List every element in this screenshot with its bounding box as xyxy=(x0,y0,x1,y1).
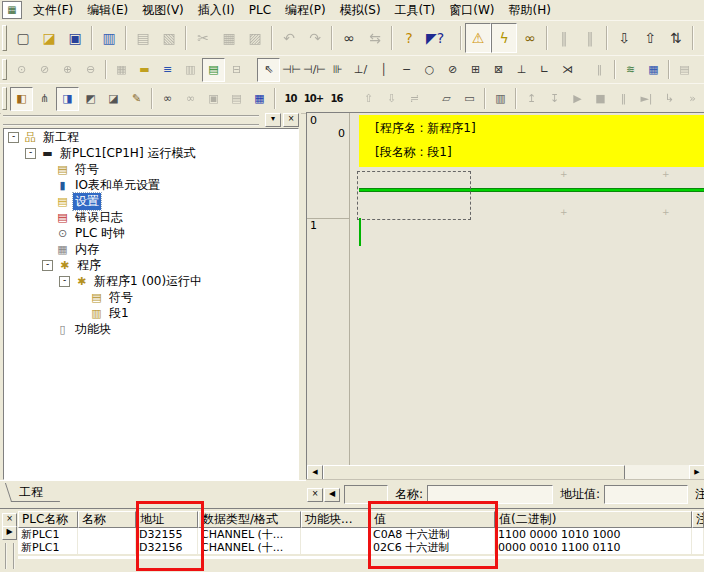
force-decimal-button[interactable]: 10+ xyxy=(302,87,325,111)
ladder-horizontal-scrollbar[interactable]: ◀ ▶ xyxy=(306,465,704,479)
new-contact-button[interactable]: ⊣⊢ xyxy=(280,58,303,82)
find-button[interactable]: ∞ xyxy=(336,23,362,53)
show-properties-button[interactable]: ✎ xyxy=(125,87,148,111)
scrollbar-track[interactable] xyxy=(625,465,689,479)
show-address-reference-button[interactable]: ⊟ xyxy=(225,58,248,82)
menu-item[interactable]: PLC xyxy=(242,1,278,19)
tree-item[interactable]: -✱新程序1 (00)运行中 xyxy=(4,273,298,289)
rung1-margin-cell[interactable]: 1 xyxy=(307,218,350,466)
sim-pause-button[interactable]: ‖ xyxy=(612,87,635,111)
tree-item[interactable]: ▤符号 xyxy=(4,161,298,177)
tree-item[interactable]: ▥段1 xyxy=(4,305,298,321)
menu-item[interactable]: 模拟(S) xyxy=(333,1,388,19)
new-or-closed-contact-button[interactable]: ⊥/ xyxy=(349,58,372,82)
new-or-contact-button[interactable]: ⊪ xyxy=(326,58,349,82)
context-help-button[interactable]: ◤? xyxy=(422,23,448,53)
zoom-region-button[interactable]: ⊘ xyxy=(33,58,56,82)
comment-edit-button[interactable]: ▤ xyxy=(673,58,696,82)
menu-item[interactable]: 文件(F) xyxy=(26,1,80,19)
watch-cell[interactable] xyxy=(78,528,136,541)
watch-column-header[interactable]: 地址 xyxy=(136,511,198,528)
io-comment-view-button[interactable]: ▦ xyxy=(248,87,271,111)
watch-cell[interactable]: CHANNEL (十... xyxy=(198,528,301,541)
delete-segment-button[interactable]: ⋊ xyxy=(556,58,579,82)
watch-cell[interactable] xyxy=(301,541,370,554)
menu-item[interactable]: 帮助(H) xyxy=(502,1,558,19)
data-trace-button[interactable]: ≋ xyxy=(619,58,642,82)
tree-item[interactable]: ▦内存 xyxy=(4,241,298,257)
watch-column-header[interactable]: PLC名称 xyxy=(18,511,78,528)
menu-item[interactable]: 工具(T) xyxy=(388,1,443,19)
window-dock-button[interactable]: ▭ xyxy=(458,87,481,111)
cross-reference-report-button[interactable]: ∞ xyxy=(156,87,179,111)
watch-cell[interactable] xyxy=(78,541,136,554)
show-all-addresses-button[interactable]: ≡ xyxy=(156,58,179,82)
sim-stop-button[interactable]: ■ xyxy=(589,87,612,111)
name-field[interactable] xyxy=(427,485,553,504)
watch-column-header[interactable]: 值(二进制) xyxy=(495,511,692,528)
time-chart-monitor-button[interactable]: ▦ xyxy=(642,58,665,82)
print-button[interactable]: ▤ xyxy=(130,23,156,53)
transfer-to-plc-button[interactable]: ⇩ xyxy=(611,23,637,53)
online-simulator-button[interactable]: ∞ xyxy=(517,23,543,53)
partial-transfer-from-plc-button[interactable]: ⇩ xyxy=(380,87,403,111)
tree-item[interactable]: ⊙PLC 时钟 xyxy=(4,225,298,241)
toggle-address-reference-window-button[interactable]: ◪ xyxy=(102,87,125,111)
new-corner-button[interactable]: ∟ xyxy=(533,58,556,82)
menu-item[interactable]: 插入(I) xyxy=(191,1,242,19)
new-vertical-button[interactable]: │ xyxy=(372,58,395,82)
watch-cell[interactable]: 1100 0000 1010 1000 xyxy=(495,528,692,541)
tree-item[interactable]: -▬新PLC1[CP1H] 运行模式 xyxy=(4,145,298,161)
pause-button[interactable]: ‖ xyxy=(577,23,603,53)
partial-compare-button[interactable]: ≓ xyxy=(403,87,426,111)
new-inverted-instruction-button[interactable]: ⊠ xyxy=(487,58,510,82)
watch-cell[interactable]: D32156 xyxy=(136,541,198,554)
show-io-comment-button[interactable]: ▥ xyxy=(179,58,202,82)
watch-gripper[interactable] xyxy=(5,543,15,569)
new-plc-instruction-button[interactable]: ⊞ xyxy=(464,58,487,82)
zoom-normal-button[interactable]: ⊙ xyxy=(10,58,33,82)
watch-column-header[interactable]: 值 xyxy=(370,511,495,528)
help-button[interactable]: ? xyxy=(396,23,422,53)
tree-item[interactable]: -✱程序 xyxy=(4,257,298,273)
watch-cell[interactable]: 新PLC1 xyxy=(18,541,78,554)
new-closed-contact-button[interactable]: ⊣/⊢ xyxy=(303,58,326,82)
menu-item[interactable]: 编辑(E) xyxy=(80,1,135,19)
sim-step-in-button[interactable]: ↳ xyxy=(658,87,681,111)
address-field[interactable] xyxy=(604,485,688,504)
tree-expander-icon[interactable]: - xyxy=(25,148,36,159)
app-icon[interactable]: ▦ xyxy=(2,1,22,19)
monitor-view-button[interactable]: ▣ xyxy=(202,87,225,111)
pause-monitoring-button[interactable]: ‖ xyxy=(551,23,577,53)
force-on-button[interactable]: ↥ xyxy=(520,87,543,111)
tree-expander-icon[interactable]: - xyxy=(42,260,53,271)
watch-column-header[interactable]: 数据类型/格式 xyxy=(198,511,301,528)
compare-with-plc-button[interactable]: ⇅ xyxy=(663,23,689,53)
new-horizontal-button[interactable]: ─ xyxy=(395,58,418,82)
zoom-in-button[interactable]: ⊕ xyxy=(56,58,79,82)
zoom-out-button[interactable]: ⊖ xyxy=(79,58,102,82)
toolbar-gripper[interactable] xyxy=(2,59,7,80)
partial-transfer-to-plc-button[interactable]: ⇧ xyxy=(357,87,380,111)
tree-item[interactable]: -品新工程 xyxy=(4,129,298,145)
panel-dropdown-button[interactable]: ▾ xyxy=(265,113,281,127)
change-plc-model-button[interactable]: ▥ xyxy=(96,23,122,53)
fieldbar-close-button[interactable]: × xyxy=(307,488,323,502)
sim-run-button[interactable]: ▶ xyxy=(566,87,589,111)
sim-step-run-button[interactable]: ►| xyxy=(635,87,658,111)
replace-button[interactable]: ⇆ xyxy=(362,23,388,53)
cut-button[interactable]: ✂ xyxy=(190,23,216,53)
watch-cell[interactable]: C0A8 十六进制 xyxy=(370,528,495,541)
sim-continuous-run-button[interactable]: » xyxy=(681,87,704,111)
watch-column-header[interactable]: 功能块... xyxy=(301,511,370,528)
tree-item[interactable]: ▤符号 xyxy=(4,289,298,305)
tree-item[interactable]: ▯功能块 xyxy=(4,321,298,337)
menu-item[interactable]: 窗口(W) xyxy=(442,1,501,19)
fieldbar-left-button[interactable]: ◀ xyxy=(324,488,340,502)
watch-column-header[interactable]: 名称 xyxy=(78,511,136,528)
watch-expand-button[interactable]: ▶ xyxy=(2,526,17,540)
window-float-button[interactable]: ▱ xyxy=(435,87,458,111)
monitor-hex-button[interactable]: 16 xyxy=(325,87,348,111)
undo-button[interactable]: ↶ xyxy=(276,23,302,53)
toolbar-gripper[interactable] xyxy=(2,87,7,109)
